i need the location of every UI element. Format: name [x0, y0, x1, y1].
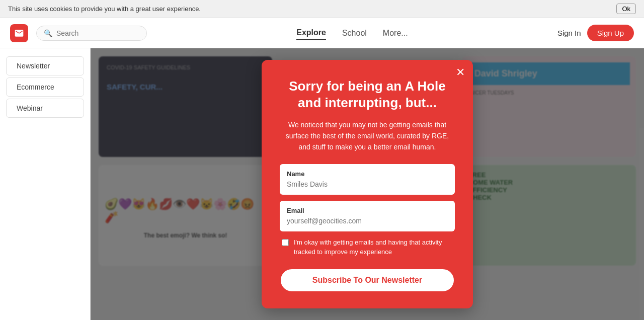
subscribe-button[interactable]: Subscribe To Our Newsletter — [280, 268, 455, 292]
main-nav: Explore School More... — [147, 26, 557, 40]
email-input[interactable] — [287, 217, 448, 225]
search-bar[interactable]: 🔍 — [36, 26, 147, 41]
cookie-ok-button[interactable]: Ok — [616, 4, 636, 14]
name-label: Name — [287, 170, 448, 178]
content-area: COVID-19 SAFETY GUIDELINES SAFETY, CUR..… — [91, 48, 644, 320]
modal-name-field: Name — [280, 164, 455, 195]
cookie-banner: This site uses cookies to provide you wi… — [0, 0, 644, 18]
sidebar-item-webinar[interactable]: Webinar — [6, 99, 84, 118]
modal-checkbox-row: I'm okay with getting emails and having … — [280, 237, 455, 257]
name-input[interactable] — [287, 180, 448, 188]
modal-title: Sorry for being an A Hole and interrupti… — [280, 78, 455, 111]
logo[interactable] — [10, 24, 28, 42]
consent-label: I'm okay with getting emails and having … — [294, 237, 453, 257]
sidebar-item-ecommerce[interactable]: Ecommerce — [6, 77, 84, 97]
modal-close-button[interactable]: ✕ — [456, 67, 465, 78]
sign-in-button[interactable]: Sign In — [557, 29, 581, 37]
consent-checkbox[interactable] — [282, 239, 289, 246]
modal-email-field: Email — [280, 201, 455, 231]
cookie-text: This site uses cookies to provide you wi… — [8, 5, 201, 13]
main-layout: Newsletter Ecommerce Webinar COVID-19 SA… — [0, 48, 644, 320]
sidebar: Newsletter Ecommerce Webinar — [0, 48, 91, 320]
sign-up-button[interactable]: Sign Up — [587, 25, 634, 41]
modal-body: We noticed that you may not be getting e… — [280, 120, 455, 152]
sidebar-item-newsletter[interactable]: Newsletter — [6, 56, 84, 75]
header: 🔍 Explore School More... Sign In Sign Up — [0, 18, 644, 48]
nav-school[interactable]: School — [342, 27, 367, 40]
nav-more[interactable]: More... — [383, 27, 408, 40]
nav-explore[interactable]: Explore — [296, 26, 326, 40]
modal-overlay: ✕ Sorry for being an A Hole and interrup… — [91, 48, 644, 320]
header-actions: Sign In Sign Up — [557, 25, 634, 41]
search-icon: 🔍 — [44, 29, 52, 37]
search-input[interactable] — [56, 29, 139, 37]
modal: ✕ Sorry for being an A Hole and interrup… — [262, 60, 473, 308]
email-label: Email — [287, 207, 448, 214]
